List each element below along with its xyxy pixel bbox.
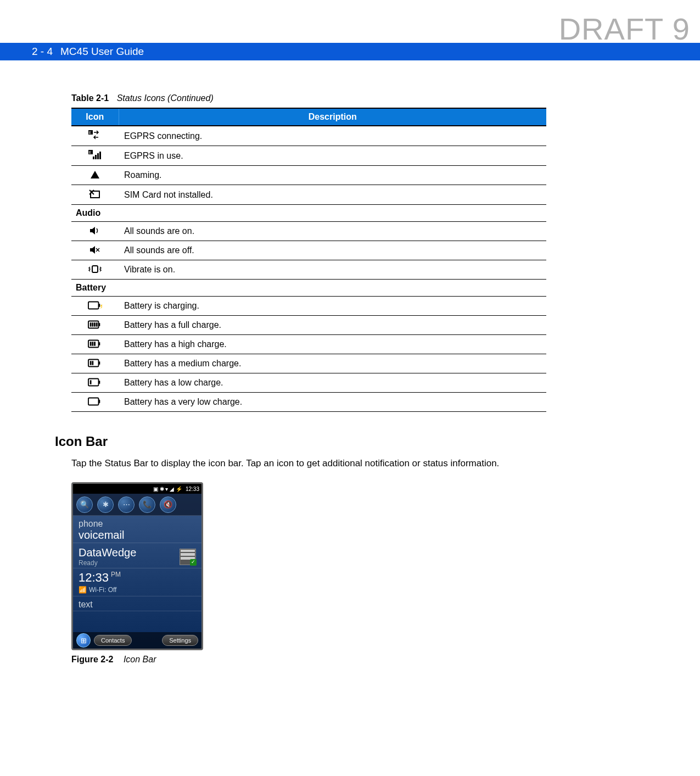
- icon-cell: [71, 166, 119, 185]
- description-cell: Battery has a high charge.: [119, 335, 546, 354]
- icon-cell: [71, 241, 119, 260]
- iconbar-button-3: 📞: [139, 496, 155, 513]
- table-row: EEGPRS connecting.: [71, 126, 546, 146]
- iconbar-button-4: 🔇: [160, 496, 176, 513]
- svg-rect-5: [95, 155, 97, 159]
- phone-item1-main: voicemail: [79, 529, 196, 541]
- figure-title: Icon Bar: [124, 655, 156, 664]
- section-row: Audio: [71, 205, 546, 222]
- description-cell: Battery has a very low charge.: [119, 393, 546, 412]
- phone-item2-sub: Ready: [79, 559, 136, 567]
- table-row: EEGPRS in use.: [71, 146, 546, 166]
- phone-wifi-row: 📶 Wi-Fi: Off: [79, 586, 196, 594]
- watermark-text: DRAFT 9: [559, 11, 690, 47]
- icon-cell: [71, 373, 119, 393]
- svg-rect-33: [92, 361, 93, 365]
- phone-status-bar: ▣ ✱ ▾ ◢ ⚡ 12:33: [73, 484, 201, 494]
- svg-rect-23: [94, 322, 96, 326]
- wifi-off-icon: 📶: [79, 586, 87, 594]
- battery-charging-icon: ⚡: [88, 300, 102, 311]
- svg-rect-21: [90, 322, 92, 326]
- phone-screenshot: ▣ ✱ ▾ ◢ ⚡ 12:33 🔍✱⋯📞🔇 phone voicemail Da…: [71, 482, 203, 650]
- svg-text:E: E: [89, 150, 92, 154]
- svg-text:⚡: ⚡: [99, 303, 102, 309]
- table-row: Battery has a full charge.: [71, 316, 546, 335]
- description-cell: Battery is charging.: [119, 297, 546, 316]
- phone-item1-sub: phone: [79, 519, 196, 529]
- vibrate-icon: [88, 264, 102, 275]
- icon-cell: [71, 222, 119, 241]
- svg-marker-12: [90, 246, 95, 254]
- description-cell: Roaming.: [119, 166, 546, 185]
- phone-item2-main: DataWedge: [79, 546, 136, 559]
- table-row: All sounds are off.: [71, 241, 546, 260]
- svg-marker-11: [90, 227, 95, 235]
- icon-cell: [71, 316, 119, 335]
- datawedge-icon: ✓: [180, 549, 196, 565]
- section-body-text: Tap the Status Bar to display the icon b…: [71, 458, 667, 469]
- description-cell: Battery has a low charge.: [119, 373, 546, 393]
- icon-cell: !: [71, 393, 119, 412]
- description-cell: All sounds are off.: [119, 241, 546, 260]
- description-cell: Battery has a full charge.: [119, 316, 546, 335]
- sound-off-icon: [88, 244, 102, 255]
- icon-cell: [71, 354, 119, 373]
- phone-item-text: text: [73, 596, 201, 611]
- table-row: Battery has a low charge.: [71, 373, 546, 393]
- section-label: Battery: [71, 280, 546, 297]
- table-row: ⚡Battery is charging.: [71, 297, 546, 316]
- table-row: Vibrate is on.: [71, 260, 546, 280]
- svg-rect-7: [99, 152, 101, 159]
- table-caption: Table 2-1 Status Icons (Continued): [71, 93, 667, 103]
- description-cell: EGPRS in use.: [119, 146, 546, 166]
- svg-rect-29: [94, 342, 96, 345]
- phone-item3: text: [79, 600, 196, 610]
- table-caption-title: Status Icons (Continued): [117, 93, 214, 103]
- col-header-description: Description: [119, 108, 546, 126]
- battery-full-icon: [88, 319, 102, 330]
- egprs-in-use-icon: E: [88, 149, 102, 160]
- svg-rect-35: [99, 381, 100, 384]
- table-row: All sounds are on.: [71, 222, 546, 241]
- phone-clock-row: 12:33PM 📶 Wi-Fi: Off: [73, 568, 201, 596]
- description-cell: Battery has a medium charge.: [119, 354, 546, 373]
- svg-rect-4: [93, 157, 94, 159]
- soft-key-contacts: Contacts: [94, 635, 132, 646]
- table-row: Roaming.: [71, 166, 546, 185]
- iconbar-button-1: ✱: [97, 496, 114, 513]
- battery-medium-icon: [88, 358, 102, 369]
- svg-rect-31: [99, 361, 100, 365]
- icon-cell: [71, 260, 119, 280]
- soft-key-settings: Settings: [162, 635, 198, 646]
- sound-on-icon: [88, 225, 102, 236]
- iconbar-button-0: 🔍: [76, 496, 93, 513]
- phone-item-datawedge: DataWedge Ready ✓: [73, 543, 201, 568]
- svg-rect-6: [97, 153, 99, 159]
- figure-caption: Figure 2-2 Icon Bar: [71, 655, 667, 665]
- svg-text:!: !: [98, 399, 100, 405]
- battery-very-low-icon: !: [88, 396, 102, 407]
- icon-cell: E: [71, 126, 119, 146]
- page-number: 2 - 4: [32, 46, 53, 58]
- figure-label: Figure 2-2: [71, 655, 113, 664]
- section-row: Battery: [71, 280, 546, 297]
- phone-bottom-bar: ⊞ Contacts Settings: [73, 632, 201, 649]
- phone-clock-ampm: PM: [111, 571, 121, 578]
- section-label: Audio: [71, 205, 546, 222]
- svg-rect-20: [99, 323, 100, 326]
- phone-status-time: 12:33: [186, 486, 199, 492]
- description-cell: EGPRS connecting.: [119, 126, 546, 146]
- icon-cell: [71, 335, 119, 354]
- description-cell: All sounds are on.: [119, 222, 546, 241]
- status-glyphs: ▣ ✱ ▾ ◢ ⚡: [153, 486, 182, 492]
- svg-rect-16: [88, 302, 99, 309]
- battery-high-icon: [88, 338, 102, 349]
- iconbar-button-2: ⋯: [118, 496, 135, 513]
- no-sim-icon: [88, 188, 102, 199]
- section-heading-icon-bar: Icon Bar: [55, 434, 667, 449]
- svg-rect-27: [90, 342, 92, 345]
- status-icons-table: Icon Description EEGPRS connecting.EEGPR…: [71, 108, 546, 412]
- svg-rect-26: [99, 342, 100, 345]
- svg-rect-15: [92, 266, 98, 272]
- battery-low-icon: [88, 377, 102, 388]
